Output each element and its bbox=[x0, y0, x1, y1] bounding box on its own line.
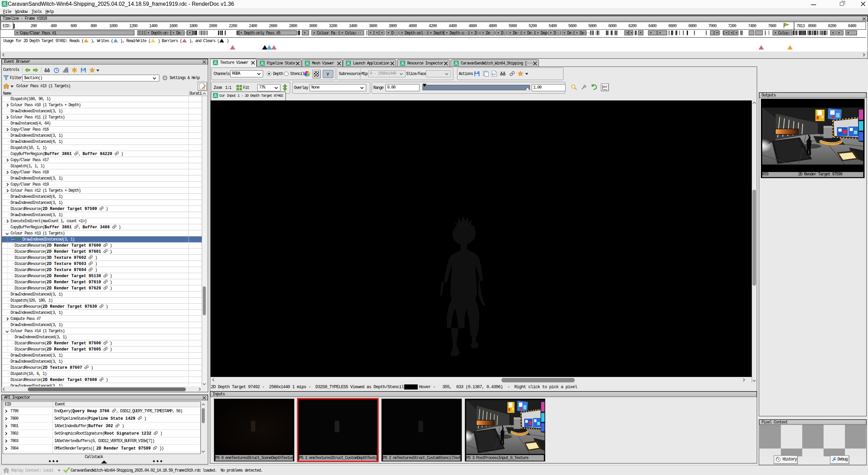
svg-text:+ D···: + D··· bbox=[497, 31, 509, 36]
svg-text:4200: 4200 bbox=[429, 24, 437, 28]
svg-text:8400: 8400 bbox=[848, 24, 856, 28]
svg-text:+ De···: + De··· bbox=[523, 31, 537, 36]
svg-text:800: 800 bbox=[91, 24, 97, 28]
svg-text:1400: 1400 bbox=[149, 24, 158, 28]
svg-text:4000: 4000 bbox=[409, 24, 417, 28]
svg-text:+ Colou···: + Colou··· bbox=[341, 31, 361, 36]
svg-text:7400: 7400 bbox=[748, 24, 756, 28]
svg-text:+ D···: + D··· bbox=[550, 31, 561, 36]
svg-text:+ Copy/Clear Pass #1: + Copy/Clear Pass #1 bbox=[16, 31, 56, 36]
svg-text:5800: 5800 bbox=[588, 24, 597, 28]
svg-text:4400: 4400 bbox=[449, 24, 457, 28]
svg-text:200: 200 bbox=[31, 24, 37, 28]
svg-text:2400: 2400 bbox=[249, 24, 257, 28]
svg-text:6600: 6600 bbox=[668, 24, 677, 28]
svg-text:+ De···: + De··· bbox=[482, 31, 496, 36]
svg-text:8200: 8200 bbox=[828, 24, 836, 28]
svg-text:8000: 8000 bbox=[808, 24, 816, 28]
svg-text:4800: 4800 bbox=[489, 24, 497, 28]
svg-text:+ Colou···: + Colou··· bbox=[774, 31, 794, 36]
svg-text:2200: 2200 bbox=[229, 24, 237, 28]
svg-text:3000: 3000 bbox=[309, 24, 317, 28]
svg-text:5000: 5000 bbox=[509, 24, 517, 28]
svg-text:1200: 1200 bbox=[129, 24, 138, 28]
svg-text:6800: 6800 bbox=[688, 24, 697, 28]
svg-text:1800: 1800 bbox=[189, 24, 198, 28]
svg-text:7000: 7000 bbox=[708, 24, 717, 28]
svg-text:+ De···: + De··· bbox=[509, 31, 523, 36]
svg-text:+ De···: + De··· bbox=[172, 31, 186, 36]
svg-text:4600: 4600 bbox=[469, 24, 477, 28]
svg-text:EID:: EID: bbox=[3, 24, 11, 28]
svg-text:5200: 5200 bbox=[529, 24, 537, 28]
svg-text:7813: 7813 bbox=[796, 24, 805, 28]
svg-text:5400: 5400 bbox=[549, 24, 557, 28]
svg-text:6400: 6400 bbox=[648, 24, 657, 28]
svg-text:6000: 6000 bbox=[608, 24, 617, 28]
svg-text:+ Depth-only Pass #5: + Depth-only Pass #5 bbox=[240, 31, 280, 36]
svg-text:+ D···: + D··· bbox=[387, 31, 399, 36]
svg-text:2000: 2000 bbox=[209, 24, 217, 28]
svg-text:600: 600 bbox=[71, 24, 77, 28]
svg-text:2800: 2800 bbox=[289, 24, 297, 28]
svg-text:3200: 3200 bbox=[329, 24, 337, 28]
svg-text:+ Colour Pa···: + Colour Pa··· bbox=[313, 31, 341, 36]
svg-text:6200: 6200 bbox=[628, 24, 637, 28]
svg-text:3800: 3800 bbox=[389, 24, 397, 28]
svg-text:3600: 3600 bbox=[369, 24, 377, 28]
svg-text:1600: 1600 bbox=[169, 24, 178, 28]
svg-text:7200: 7200 bbox=[728, 24, 736, 28]
svg-text:7600: 7600 bbox=[768, 24, 776, 28]
svg-text:1000: 1000 bbox=[109, 24, 118, 28]
svg-text:+ Depth-onl···: + Depth-onl··· bbox=[401, 31, 429, 36]
svg-text:400: 400 bbox=[51, 24, 57, 28]
svg-text:5600: 5600 bbox=[568, 24, 577, 28]
svg-text:+ Depth-o···: + Depth-o··· bbox=[446, 31, 470, 36]
svg-text:+ De···: + De··· bbox=[576, 31, 590, 36]
svg-text:+ Depth-on···: + Depth-on··· bbox=[147, 31, 173, 36]
svg-text:3400: 3400 bbox=[349, 24, 357, 28]
svg-text:2600: 2600 bbox=[269, 24, 277, 28]
